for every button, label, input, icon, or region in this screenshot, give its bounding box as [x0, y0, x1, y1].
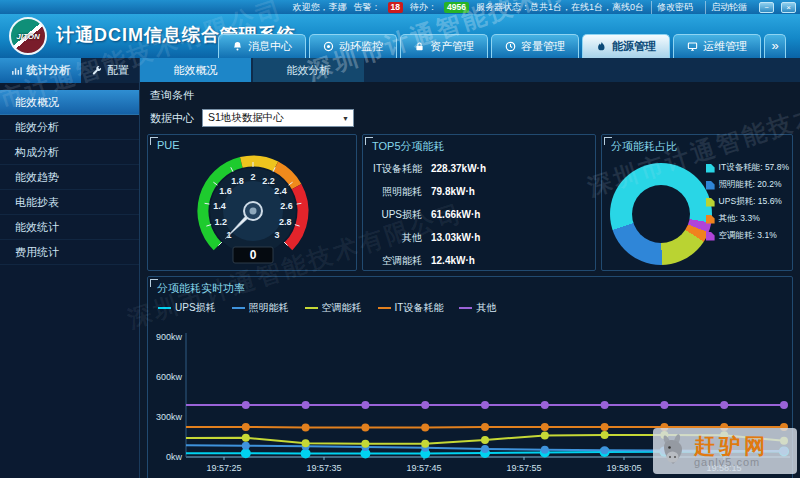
svg-text:900kw: 900kw — [156, 332, 183, 342]
nav-tab-assets[interactable]: 资产管理 — [400, 34, 488, 58]
svg-text:2.2: 2.2 — [262, 176, 275, 186]
top5-energy-panel: TOP5分项能耗 IT设备耗能228.37kW·h照明能耗79.8kW·hUPS… — [362, 134, 596, 271]
sidebar-tab-config[interactable]: 配置 — [81, 58, 139, 83]
sidebar-item-meter-reading[interactable]: 电能抄表 — [0, 190, 139, 215]
line-legend-item-ups-loss[interactable]: UPS损耗 — [158, 301, 216, 315]
svg-text:300kw: 300kw — [156, 412, 183, 422]
alarm-label: 告警： — [354, 1, 381, 14]
query-section: 查询条件 数据中心 S1地块数据中心 ▼ — [140, 82, 800, 132]
pie-legend-marker — [706, 164, 715, 173]
server-status-text: 服务器状态：总共1台，在线1台，离线0台 — [476, 1, 644, 14]
app-header: JITON 计通DCIM信息综合管理系统 消息中心动环监控资产管理容量管理能源管… — [0, 14, 800, 58]
site-watermark-domain: ganlv5.com — [694, 457, 769, 468]
monitor-icon — [323, 41, 334, 52]
screen-icon — [687, 41, 698, 52]
line-legend-item-lighting[interactable]: 照明能耗 — [232, 301, 289, 315]
change-password-button[interactable]: 修改密码 — [651, 1, 698, 14]
sidebar-tabs: 统计分析配置 — [0, 58, 139, 83]
line-legend-dash — [305, 307, 318, 309]
nav-more-button[interactable]: » — [764, 34, 786, 58]
line-legend-dash — [158, 307, 171, 309]
pue-panel: PUE 11.21.41.61.822.22.42.62.830 — [147, 134, 357, 271]
pue-gauge-chart: 11.21.41.61.822.22.42.62.830 — [148, 143, 358, 269]
subtab-energy-overview[interactable]: 能效概况 — [140, 58, 251, 82]
welcome-text: 欢迎您，李娜 — [293, 1, 347, 14]
bar-row-3: 其他13.03kW·h — [369, 226, 587, 249]
svg-text:0: 0 — [250, 248, 257, 262]
pie-panel-title: 分项能耗占比 — [611, 139, 677, 154]
datacenter-select[interactable]: S1地块数据中心 ▼ — [202, 109, 354, 127]
subtab-energy-analysis[interactable]: 能效分析 — [253, 58, 364, 82]
config-icon — [91, 65, 102, 76]
datacenter-select-value: S1地块数据中心 — [208, 111, 284, 125]
line-legend-dash — [232, 307, 245, 309]
line-panel-title: 分项能耗实时功率 — [157, 281, 245, 296]
svg-text:2.6: 2.6 — [280, 201, 293, 211]
svg-text:19:57:55: 19:57:55 — [506, 463, 541, 473]
minimize-button[interactable]: － — [759, 2, 774, 13]
sidebar: 统计分析配置 能效概况能效分析构成分析能效趋势电能抄表能效统计费用统计 — [0, 58, 140, 478]
close-button[interactable]: × — [781, 2, 796, 13]
alarm-count-badge[interactable]: 18 — [388, 2, 403, 13]
donut-hole — [632, 185, 690, 243]
pie-legend-marker — [706, 181, 715, 190]
donkey-icon — [659, 432, 689, 470]
pie-legend-item-other[interactable]: 其他: 3.3% — [706, 213, 789, 225]
start-rotation-button[interactable]: 启动轮循 — [705, 1, 752, 14]
pie-legend-item-it-equipment[interactable]: IT设备耗能: 57.8% — [706, 162, 789, 174]
main-content: 能效概况能效分析 查询条件 数据中心 S1地块数据中心 ▼ PUE 11.21.… — [140, 58, 800, 478]
chevron-down-icon: ▼ — [342, 115, 349, 122]
pie-legend: IT设备耗能: 57.8%照明能耗: 20.2%UPS损耗: 15.6%其他: … — [706, 162, 789, 242]
bar-category-label: IT设备耗能 — [369, 162, 427, 176]
sidebar-menu: 能效概况能效分析构成分析能效趋势电能抄表能效统计费用统计 — [0, 90, 139, 265]
bar-value-label: 61.66kW·h — [431, 205, 480, 224]
bar-category-label: UPS损耗 — [369, 208, 427, 222]
bar-value-label: 79.8kW·h — [431, 182, 475, 201]
sidebar-item-composition-analysis[interactable]: 构成分析 — [0, 140, 139, 165]
sidebar-item-cost-stats[interactable]: 费用统计 — [0, 240, 139, 265]
pie-legend-marker — [706, 215, 715, 224]
svg-text:19:57:45: 19:57:45 — [406, 463, 441, 473]
svg-text:2.8: 2.8 — [279, 217, 292, 227]
bar-row-4: 空调能耗12.4kW·h — [369, 249, 587, 272]
nav-tab-capacity[interactable]: 容量管理 — [491, 34, 579, 58]
top5-bar-chart: IT设备耗能228.37kW·h照明能耗79.8kW·hUPS损耗61.66kW… — [369, 157, 587, 272]
nav-tab-energy[interactable]: 能源管理 — [582, 34, 670, 58]
bar-row-2: UPS损耗61.66kW·h — [369, 203, 587, 226]
nav-tab-operations[interactable]: 运维管理 — [673, 34, 761, 58]
energy-share-donut-chart — [610, 163, 712, 265]
energy-share-panel: 分项能耗占比 IT设备耗能: 57.8%照明能耗: 20.2%UPS损耗: 15… — [601, 134, 793, 271]
line-legend-item-aircon[interactable]: 空调能耗 — [305, 301, 362, 315]
sidebar-item-energy-overview[interactable]: 能效概况 — [0, 90, 139, 115]
svg-text:600kw: 600kw — [156, 372, 183, 382]
line-legend-dash — [459, 307, 472, 309]
lock-icon — [414, 41, 425, 52]
pie-legend-marker — [706, 198, 715, 207]
flame-icon — [596, 41, 607, 52]
svg-text:1.6: 1.6 — [219, 186, 232, 196]
titlebar: 欢迎您，李娜 告警： 18 待办： 4956 服务器状态：总共1台，在线1台，离… — [0, 0, 800, 14]
pie-legend-item-aircon[interactable]: 空调能耗: 3.1% — [706, 230, 789, 242]
line-legend-item-other[interactable]: 其他 — [459, 301, 496, 315]
svg-text:1.8: 1.8 — [231, 176, 244, 186]
clock-icon — [505, 41, 516, 52]
pie-legend-item-lighting[interactable]: 照明能耗: 20.2% — [706, 179, 789, 191]
nav-tab-monitoring[interactable]: 动环监控 — [309, 34, 397, 58]
bar-category-label: 空调能耗 — [369, 254, 427, 268]
sidebar-item-energy-stats[interactable]: 能效统计 — [0, 215, 139, 240]
svg-text:0kw: 0kw — [166, 452, 183, 462]
site-watermark: 赶驴网 ganlv5.com — [653, 428, 797, 474]
sidebar-item-energy-trend[interactable]: 能效趋势 — [0, 165, 139, 190]
nav-tab-messages[interactable]: 消息中心 — [218, 34, 306, 58]
sidebar-item-energy-analysis[interactable]: 能效分析 — [0, 115, 139, 140]
svg-text:19:58:05: 19:58:05 — [606, 463, 641, 473]
sidebar-tab-statistics[interactable]: 统计分析 — [0, 58, 81, 83]
todo-count-badge[interactable]: 4956 — [444, 2, 469, 13]
pie-legend-item-ups-loss[interactable]: UPS损耗: 15.6% — [706, 196, 789, 208]
site-watermark-name: 赶驴网 — [694, 435, 769, 456]
line-legend-item-it-equipment[interactable]: IT设备耗能 — [378, 301, 444, 315]
bar-value-label: 12.4kW·h — [431, 251, 475, 270]
pue-panel-title: PUE — [157, 139, 180, 151]
bar-row-1: 照明能耗79.8kW·h — [369, 180, 587, 203]
todo-label: 待办： — [410, 1, 437, 14]
